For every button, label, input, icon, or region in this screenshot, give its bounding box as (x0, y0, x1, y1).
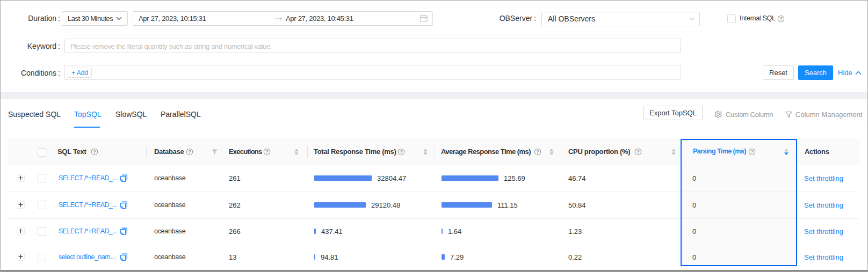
svg-text:?: ? (400, 149, 403, 155)
svg-text:?: ? (188, 149, 191, 155)
svg-text:?: ? (536, 149, 539, 155)
svg-text:?: ? (93, 149, 96, 155)
svg-text:?: ? (636, 149, 640, 155)
svg-text:?: ? (779, 16, 783, 21)
svg-text:?: ? (265, 149, 269, 155)
